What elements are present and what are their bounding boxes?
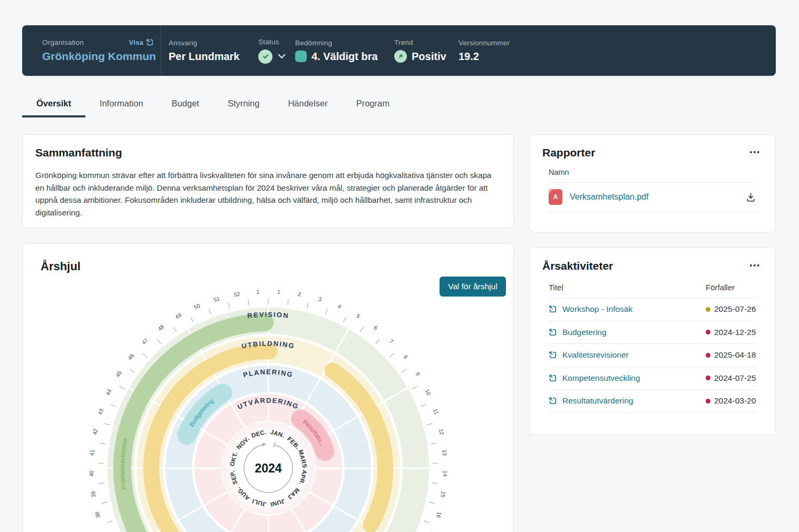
tab-information[interactable]: Information (85, 91, 158, 117)
week-number: 43 (96, 408, 104, 416)
activity-link[interactable]: Resultatutvärdering (562, 396, 633, 406)
bedomning-value: 4. Väldigt bra (311, 51, 378, 63)
ansvarig-block: Ansvarig Per Lundmark (169, 25, 239, 76)
activity-due-date: 2024-12-25 (714, 328, 756, 337)
status-value[interactable] (258, 50, 286, 64)
week-number: 51 (213, 295, 221, 303)
week-number: 1 (277, 288, 281, 294)
week-number: 5 (355, 312, 361, 319)
visa-link-label: Visa (129, 38, 143, 46)
bedomning-block: Bedömning 4. Väldigt bra (295, 25, 378, 76)
report-file-link[interactable]: Verksamhetsplan.pdf (570, 192, 648, 202)
week-number: 11 (432, 408, 440, 415)
week-number: 49 (174, 311, 182, 320)
week-number: 2 (297, 291, 301, 298)
status-block: Status (258, 25, 286, 76)
svg-text:REVISION: REVISION (247, 310, 289, 320)
tab-styrning[interactable]: Styrning (213, 91, 274, 117)
week-number: 16 (435, 511, 443, 519)
activity-link[interactable]: Workshop - Infosäk (562, 304, 632, 314)
activity-row: Workshop - Infosäk2025-07-26 (549, 298, 756, 321)
week-number: 12 (438, 428, 445, 436)
week-number: 4 (337, 303, 342, 310)
context-bar: Organisation Visa Grönköping Kommun Ansv… (22, 25, 776, 76)
week-number: 42 (91, 428, 99, 436)
week-number: 45 (114, 369, 123, 378)
activities-table-header: Titel Förfaller (549, 283, 756, 298)
due-status-dot (706, 353, 710, 358)
week-number: 47 (141, 337, 150, 346)
activity-link[interactable]: Kompetensutveckling (562, 373, 640, 383)
week-number: 7 (388, 338, 395, 345)
dashboard-page: { "header": { "organisation_label": "Org… (0, 0, 799, 532)
due-status-dot (706, 399, 710, 403)
download-icon[interactable] (745, 192, 756, 203)
activity-due-date: 2024-07-25 (714, 373, 756, 383)
chevron-down-icon (277, 53, 286, 60)
tab-budget[interactable]: Budget (158, 91, 213, 117)
visa-link[interactable]: Visa (129, 38, 154, 46)
version-label: Versionnummer (459, 39, 510, 47)
activity-due-date: 2024-03-20 (714, 396, 756, 406)
reports-name-column: Namn (549, 168, 756, 183)
week-number: 3 (318, 295, 323, 302)
due-status-dot (706, 376, 710, 380)
reports-menu-button[interactable]: ••• (747, 146, 763, 158)
ansvarig-label: Ansvarig (169, 39, 239, 47)
activities-title: Årsaktiviteter (542, 260, 613, 272)
week-number: 13 (441, 449, 448, 456)
activities-menu-button[interactable]: ••• (747, 260, 763, 271)
activity-link[interactable]: Budgetering (562, 328, 607, 337)
report-row: A Verksamhetsplan.pdf (549, 183, 756, 212)
wheel-year: 2024 (255, 461, 281, 475)
due-status-dot (706, 307, 710, 312)
week-number: 1 (256, 288, 260, 294)
yearwheel-title: Årshjul (41, 260, 81, 273)
week-number: 10 (424, 388, 432, 397)
yearwheel-card: Årshjul Val för årshjul REVISION UTBILDN… (22, 243, 514, 532)
reports-title: Rapporter (542, 146, 595, 159)
week-number: 9 (414, 371, 421, 377)
week-number: 39 (90, 491, 97, 498)
week-number: 40 (88, 470, 94, 477)
week-number: 50 (193, 302, 201, 311)
week-number: 8 (402, 353, 409, 360)
version-value: 19.2 (459, 51, 510, 63)
activities-card: Årsaktiviteter ••• Titel Förfaller Works… (529, 248, 776, 435)
open-link-icon (549, 397, 557, 405)
week-number: 52 (233, 290, 241, 298)
week-number: 6 (373, 324, 379, 331)
week-number: 44 (104, 388, 113, 397)
pdf-file-icon: A (549, 189, 562, 205)
tab-program[interactable]: Program (342, 91, 404, 117)
open-link-icon (146, 38, 154, 46)
activity-link[interactable]: Kvalitetsrevisioner (562, 350, 629, 360)
trend-label: Trend (394, 38, 446, 46)
activities-due-column: Förfaller (706, 283, 756, 292)
bedomning-label: Bedömning (295, 39, 378, 47)
trend-up-icon (394, 50, 407, 63)
due-status-dot (706, 330, 710, 334)
week-number: 38 (94, 511, 102, 519)
status-label: Status (258, 38, 286, 46)
summary-title: Sammanfattning (35, 146, 501, 159)
open-link-icon (549, 328, 557, 337)
year-wheel-chart: REVISION UTBILDNING PLANERING UTVÄRDERIN… (23, 285, 514, 532)
summary-card: Sammanfattning Grönköping kommun strävar… (22, 134, 514, 228)
week-number: 15 (440, 491, 447, 498)
open-link-icon (549, 351, 557, 359)
ansvarig-value: Per Lundmark (169, 51, 239, 63)
tab-handelser[interactable]: Händelser (274, 91, 342, 117)
status-check-icon (258, 50, 272, 64)
week-number: 46 (126, 352, 135, 361)
tab-oversikt[interactable]: Översikt (22, 91, 85, 117)
header-divider (161, 25, 161, 76)
reports-card: Rapporter ••• Namn A Verksamhetsplan.pdf (529, 134, 776, 232)
activities-title-column: Titel (549, 283, 706, 292)
trend-block: Trend Positiv (394, 25, 446, 76)
version-block: Versionnummer 19.2 (459, 25, 510, 76)
bedomning-color-icon (295, 51, 307, 62)
organisation-block: Organisation Visa Grönköping Kommun (42, 25, 154, 76)
week-number: 41 (89, 449, 95, 456)
organisation-value[interactable]: Grönköping Kommun (42, 50, 154, 63)
